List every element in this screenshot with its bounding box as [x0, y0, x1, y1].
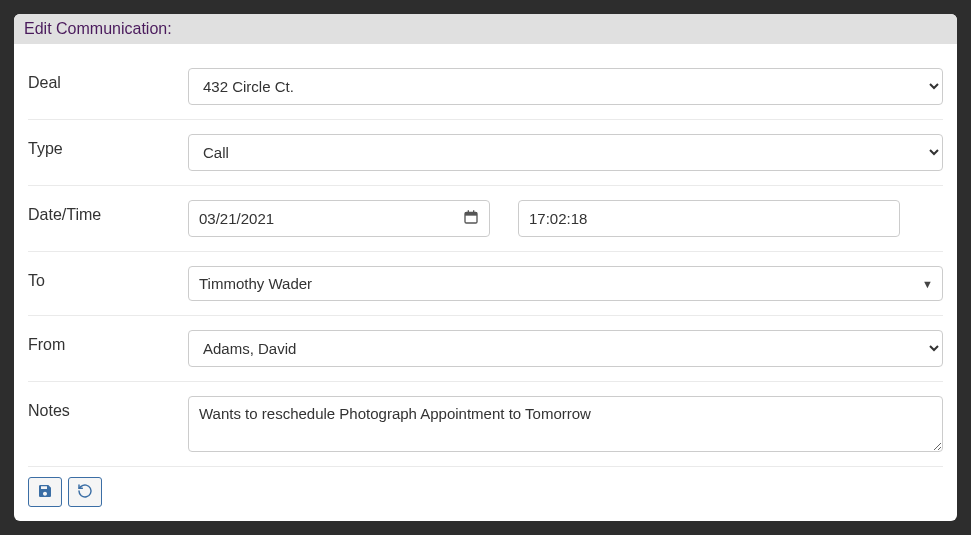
label-from: From: [28, 330, 188, 354]
row-datetime: Date/Time 03/21/2021 17:02:18: [28, 186, 943, 252]
type-select[interactable]: Call: [188, 134, 943, 171]
date-input[interactable]: 03/21/2021: [188, 200, 490, 237]
label-notes: Notes: [28, 396, 188, 420]
form-body: Deal 432 Circle Ct. Type Call Date/Time …: [14, 44, 957, 521]
save-button[interactable]: [28, 477, 62, 507]
date-value: 03/21/2021: [199, 210, 274, 227]
edit-communication-panel: Edit Communication: Deal 432 Circle Ct. …: [14, 14, 957, 521]
row-to: To Timmothy Wader ▼: [28, 252, 943, 316]
label-datetime: Date/Time: [28, 200, 188, 224]
time-input[interactable]: 17:02:18: [518, 200, 900, 237]
time-value: 17:02:18: [529, 210, 587, 227]
row-from: From Adams, David: [28, 316, 943, 382]
notes-textarea[interactable]: [188, 396, 943, 452]
label-deal: Deal: [28, 68, 188, 92]
row-deal: Deal 432 Circle Ct.: [28, 54, 943, 120]
to-value: Timmothy Wader: [188, 266, 943, 301]
panel-title: Edit Communication:: [14, 14, 957, 44]
save-icon: [37, 483, 53, 502]
undo-icon: [77, 483, 93, 502]
calendar-icon: [463, 209, 479, 228]
svg-rect-1: [465, 212, 477, 215]
to-combo[interactable]: Timmothy Wader ▼: [188, 266, 943, 301]
from-select[interactable]: Adams, David: [188, 330, 943, 367]
label-type: Type: [28, 134, 188, 158]
undo-button[interactable]: [68, 477, 102, 507]
row-notes: Notes: [28, 382, 943, 467]
label-to: To: [28, 266, 188, 290]
row-type: Type Call: [28, 120, 943, 186]
deal-select[interactable]: 432 Circle Ct.: [188, 68, 943, 105]
button-row: [28, 477, 943, 507]
